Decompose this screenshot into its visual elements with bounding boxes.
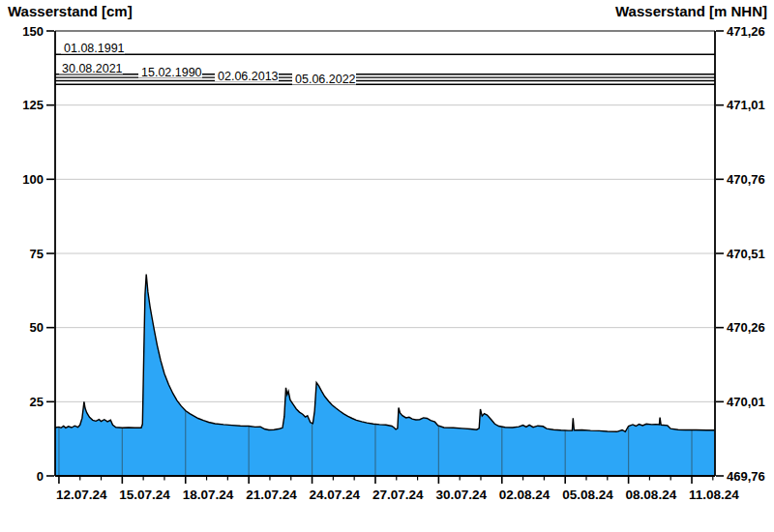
- y-tick-label-left: 25: [30, 395, 44, 409]
- y-tick-label-right: 470,26: [727, 320, 765, 335]
- x-tick-label: 08.08.24: [626, 488, 677, 502]
- water-level-page: { "titles": { "left": "Wasserstand [cm]"…: [0, 0, 774, 532]
- y-tick-label-left: 50: [30, 320, 44, 335]
- reference-label: 01.08.1991: [64, 42, 125, 55]
- y-tick-label-right: 470,76: [727, 172, 765, 187]
- x-tick-label: 02.08.24: [499, 488, 551, 502]
- y-tick-label-right: 471,01: [727, 98, 765, 112]
- y-tick-label-left: 100: [22, 172, 44, 187]
- x-tick-label: 24.07.24: [310, 488, 361, 502]
- x-tick-label: 15.07.24: [119, 488, 170, 502]
- reference-label: 02.06.2013: [218, 70, 279, 83]
- water-level-chart: 01.08.199130.08.202115.02.199002.06.2013…: [0, 0, 774, 532]
- y-tick-label-right: 470,51: [727, 247, 765, 261]
- y-tick-label-left: 0: [37, 469, 44, 484]
- x-tick-label: 05.08.24: [562, 488, 613, 502]
- x-tick-label: 21.07.24: [246, 488, 297, 502]
- reference-label: 30.08.2021: [62, 62, 123, 75]
- y-tick-label-left: 150: [22, 24, 44, 39]
- reference-label: 05.06.2022: [295, 73, 356, 86]
- x-tick-label: 27.07.24: [372, 488, 424, 502]
- y-tick-label-left: 125: [22, 98, 44, 112]
- y-tick-label-right: 470,01: [727, 395, 765, 409]
- x-tick-label: 30.07.24: [435, 488, 487, 502]
- reference-label: 15.02.1990: [141, 66, 202, 79]
- x-tick-label: 18.07.24: [183, 488, 234, 502]
- x-tick-label: 12.07.24: [56, 488, 107, 502]
- y-tick-label-left: 75: [30, 247, 44, 261]
- y-axis-left: 0255075100125150: [22, 24, 54, 484]
- x-axis: 12.07.2415.07.2418.07.2421.07.2424.07.24…: [56, 476, 739, 502]
- y-tick-label-right: 469,76: [727, 469, 765, 484]
- y-tick-label-right: 471,26: [727, 24, 765, 39]
- area-fill: [55, 275, 715, 477]
- x-tick-label: 11.08.24: [689, 488, 739, 502]
- reference-lines: 01.08.199130.08.202115.02.199002.06.2013…: [55, 42, 715, 86]
- y-axis-right: 471,26471,01470,76470,51470,26470,01469,…: [716, 24, 765, 484]
